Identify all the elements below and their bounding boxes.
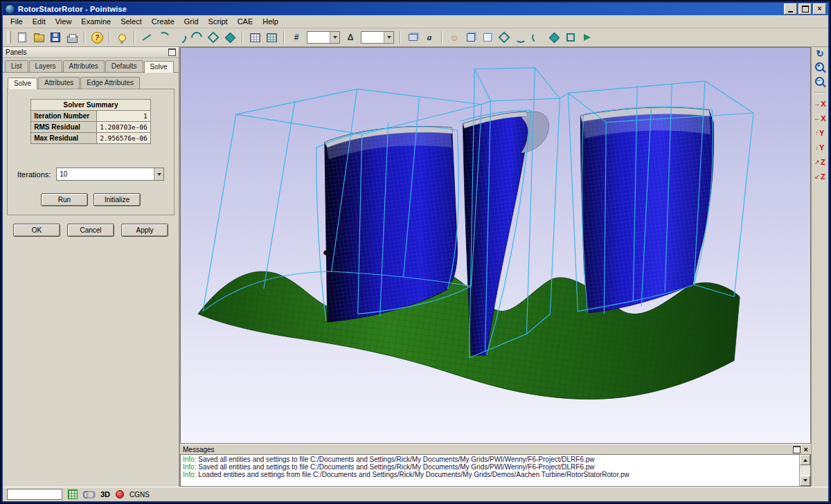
dimension-button[interactable]: # <box>289 30 304 45</box>
mode-indicator[interactable]: 3D <box>100 490 110 498</box>
save-file-button[interactable] <box>48 30 63 45</box>
create-spline-button[interactable] <box>172 30 188 45</box>
subtab-edge-attributes[interactable]: Edge Attributes <box>80 77 140 89</box>
subtab-attributes[interactable]: Attributes <box>38 77 80 89</box>
menu-cae[interactable]: CAE <box>233 16 258 27</box>
menu-grid[interactable]: Grid <box>179 16 204 27</box>
3d-viewport[interactable] <box>180 47 811 444</box>
view-minus-x-button[interactable]: ←X <box>813 112 827 124</box>
annotation-button[interactable]: a <box>422 30 437 45</box>
maximize-button[interactable] <box>798 3 812 15</box>
view-plus-z-button[interactable]: ↗Z <box>813 156 827 168</box>
face-icon: ☺ <box>449 33 458 43</box>
mask-connector-button[interactable] <box>497 30 512 45</box>
menu-script[interactable]: Script <box>204 16 233 27</box>
mask-curve-button[interactable] <box>513 30 528 45</box>
create-arc-button[interactable] <box>189 30 204 45</box>
view-plus-y-button[interactable]: ↑Y <box>813 127 827 138</box>
ok-button[interactable]: OK <box>13 224 60 237</box>
panels-float-icon[interactable] <box>168 48 176 56</box>
minimize-button[interactable] <box>784 3 797 15</box>
help-icon: ? <box>91 32 103 44</box>
iterations-combo[interactable]: 10 <box>56 168 164 181</box>
scroll-down-button[interactable] <box>800 476 810 486</box>
record-icon[interactable] <box>116 490 124 498</box>
create-line-button[interactable] <box>139 30 154 45</box>
panels-dock-header[interactable]: Panels <box>3 47 179 58</box>
mask-plane-button[interactable] <box>563 30 578 45</box>
tab-list[interactable]: List <box>5 60 28 72</box>
log-line: Info: Saved all entities and settings to… <box>183 463 798 471</box>
layers-button[interactable] <box>405 30 420 45</box>
subtab-solve[interactable]: Solve <box>8 78 37 89</box>
close-button[interactable]: × <box>813 3 826 15</box>
block-cube-icon <box>467 33 475 42</box>
spacing-combo-arrow[interactable] <box>384 32 393 43</box>
spacing-combo[interactable] <box>361 31 394 44</box>
mask-face-button[interactable]: ☺ <box>447 30 462 45</box>
rms-residual-label: RMS Residual <box>31 122 97 133</box>
point-entity[interactable] <box>323 251 328 255</box>
view-minus-y-button[interactable]: ↓Y <box>813 141 827 153</box>
status-bar: 3D CGNS <box>3 487 828 501</box>
create-curve-button[interactable] <box>156 30 171 45</box>
scroll-up-button[interactable] <box>800 455 810 465</box>
initialize-button[interactable]: Initialize <box>93 193 141 206</box>
messages-log[interactable]: Info: Saved all entities and settings to… <box>180 454 811 487</box>
messages-panel: Messages × Info: Saved all entities and … <box>180 444 811 487</box>
messages-scrollbar[interactable] <box>799 455 810 486</box>
log-line: Info: Saved all entities and settings to… <box>183 456 798 463</box>
open-file-button[interactable] <box>31 30 46 45</box>
mask-curve2-button[interactable] <box>530 30 545 45</box>
snap-grid-icon[interactable] <box>68 489 78 499</box>
command-input[interactable] <box>7 489 62 500</box>
menu-help[interactable]: Help <box>258 16 283 27</box>
messages-float-icon[interactable] <box>793 446 801 453</box>
menu-file[interactable]: File <box>6 16 28 27</box>
connector-curve2-icon <box>531 31 544 44</box>
dimension-combo[interactable] <box>307 31 340 44</box>
close-icon: × <box>818 6 822 12</box>
display-attributes-button[interactable] <box>114 30 129 45</box>
view-plus-x-button[interactable]: →X <box>813 98 827 109</box>
tab-attributes[interactable]: Attributes <box>63 60 105 72</box>
solve-subtab-row: Solve Attributes Edge Attributes <box>6 77 176 89</box>
diamond-outline-icon <box>208 32 220 44</box>
link-icon[interactable] <box>83 491 95 498</box>
mask-block-button[interactable] <box>463 30 479 45</box>
messages-header[interactable]: Messages × <box>180 444 811 454</box>
zoom-out-button[interactable]: − <box>814 76 826 88</box>
grid-refine-button[interactable] <box>264 30 279 45</box>
toolbar-separator <box>283 31 285 44</box>
run-button[interactable]: Run <box>41 193 88 206</box>
cae-label: CGNS <box>129 491 150 498</box>
zoom-in-button[interactable]: + <box>814 62 826 73</box>
mask-flag-button[interactable] <box>580 30 595 45</box>
tab-defaults[interactable]: Defaults <box>105 60 143 72</box>
toolbar-grip[interactable] <box>8 31 11 44</box>
mask-domain-button[interactable] <box>480 30 495 45</box>
apply-button[interactable]: Apply <box>121 224 168 237</box>
menu-view[interactable]: View <box>51 16 77 27</box>
menu-edit[interactable]: Edit <box>28 16 51 27</box>
spacing-button[interactable]: Δ <box>343 30 358 45</box>
create-surface-button[interactable] <box>206 30 221 45</box>
help-button[interactable]: ? <box>89 30 105 45</box>
menu-select[interactable]: Select <box>116 16 147 27</box>
menu-create[interactable]: Create <box>147 16 179 27</box>
iterations-combo-arrow[interactable] <box>154 168 163 180</box>
tab-layers[interactable]: Layers <box>29 60 62 72</box>
dimension-combo-arrow[interactable] <box>330 32 339 43</box>
view-minus-z-button[interactable]: ↙Z <box>813 170 827 182</box>
mask-point-button[interactable] <box>546 30 562 45</box>
menu-examine[interactable]: Examine <box>76 16 116 27</box>
grid-solve-button[interactable] <box>247 30 262 45</box>
print-button[interactable] <box>64 30 80 45</box>
create-domain-button[interactable] <box>222 30 238 45</box>
tab-solve[interactable]: Solve <box>144 61 174 73</box>
cancel-button[interactable]: Cancel <box>67 224 114 237</box>
messages-close-icon[interactable]: × <box>804 446 808 453</box>
scroll-down-icon <box>803 479 807 484</box>
reset-view-button[interactable]: ↻ <box>816 49 824 59</box>
new-file-button[interactable] <box>15 30 30 45</box>
